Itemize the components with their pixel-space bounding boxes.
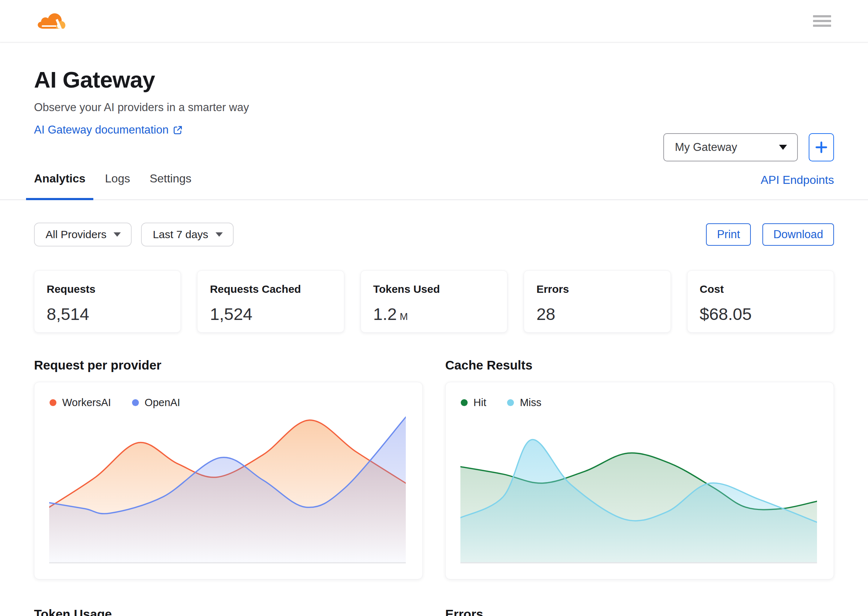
caret-down-icon [216,233,223,237]
stat-value: 1,524 [210,304,331,324]
providers-filter-label: All Providers [45,228,107,241]
area-chart-cache-results [461,407,817,566]
stat-label: Errors [536,283,658,295]
ai-gateway-page: AI Gateway Observe your AI providers in … [0,0,868,616]
stat-value: 1.2M [373,304,495,324]
bottom-row: Token Usage Errors [34,607,834,616]
legend-label: Miss [520,397,541,409]
date-range-filter[interactable]: Last 7 days [141,223,233,247]
legend-item-workersai: WorkersAI [50,397,111,409]
stat-card-tokens-used: Tokens Used 1.2M [360,270,508,333]
add-gateway-button[interactable] [809,133,834,162]
stat-card-requests: Requests 8,514 [34,270,181,333]
chevron-down-icon [779,145,787,150]
filter-pills: All Providers Last 7 days [34,223,233,247]
main-content: AI Gateway Observe your AI providers in … [0,68,868,616]
legend-item-openai: OpenAI [132,397,180,409]
legend-item-miss: Miss [507,397,541,409]
stat-value: $68.05 [700,304,821,324]
filters-row: All Providers Last 7 days Print Download [34,223,834,247]
download-button[interactable]: Download [762,223,834,246]
stat-card-errors: Errors 28 [524,270,671,333]
charts-row: Request per provider WorkersAI OpenAI [34,358,834,580]
gateway-controls: My Gateway [663,133,834,162]
action-buttons: Print Download [706,223,834,246]
cache-results-chart-card: Hit Miss [445,382,834,580]
cache-results-plot [461,407,817,566]
tabs: Analytics Logs Settings [26,170,834,200]
stat-label: Tokens Used [373,283,495,295]
caret-down-icon [114,233,121,237]
chart-legend: WorkersAI OpenAI [50,397,180,409]
gateway-select-value: My Gateway [675,141,737,154]
stats-row: Requests 8,514 Requests Cached 1,524 Tok… [34,270,834,333]
documentation-link-label: AI Gateway documentation [34,123,169,137]
area-chart-request-per-provider [49,407,406,566]
section-title-errors: Errors [445,607,834,616]
api-endpoints-link[interactable]: API Endpoints [761,173,834,187]
legend-label: Hit [473,397,486,409]
tab-analytics[interactable]: Analytics [26,170,93,200]
request-per-provider-chart-card: WorkersAI OpenAI [34,382,423,580]
stat-value: 28 [536,304,658,324]
topbar [0,0,868,42]
plus-icon [815,141,828,154]
legend-dot-hit [461,399,468,406]
legend-label: WorkersAI [62,397,111,409]
stat-label: Requests [47,283,168,295]
stat-card-requests-cached: Requests Cached 1,524 [197,270,344,333]
tab-settings[interactable]: Settings [142,170,200,200]
section-title-token-usage: Token Usage [34,607,423,616]
providers-filter[interactable]: All Providers [34,223,132,247]
print-button[interactable]: Print [706,223,751,246]
hamburger-menu-icon[interactable] [813,15,831,27]
requests-per-provider-section: Request per provider WorkersAI OpenAI [34,358,423,580]
stat-label: Requests Cached [210,283,331,295]
stat-value-suffix: M [400,311,408,322]
cache-results-section: Cache Results Hit Miss [445,358,834,580]
legend-label: OpenAI [145,397,180,409]
stat-label: Cost [700,283,821,295]
page-subtitle: Observe your AI providers in a smarter w… [34,101,834,114]
documentation-link[interactable]: AI Gateway documentation [34,123,183,137]
legend-item-hit: Hit [461,397,486,409]
cloudflare-logo [35,10,68,32]
external-link-icon [173,125,183,135]
page-title: AI Gateway [34,68,834,91]
legend-dot-openai [132,399,139,406]
chart-legend: Hit Miss [461,397,541,409]
tab-logs[interactable]: Logs [97,170,138,200]
chart-title-request-per-provider: Request per provider [34,358,423,372]
date-range-filter-label: Last 7 days [153,228,208,241]
tabs-row: Analytics Logs Settings API Endpoints [34,170,834,200]
stat-value: 8,514 [47,304,168,324]
gateway-select[interactable]: My Gateway [663,133,798,162]
stat-card-cost: Cost $68.05 [687,270,834,333]
legend-dot-miss [507,399,514,406]
request-per-provider-plot [49,407,406,566]
chart-title-cache-results: Cache Results [445,358,834,372]
legend-dot-workersai [50,399,56,406]
